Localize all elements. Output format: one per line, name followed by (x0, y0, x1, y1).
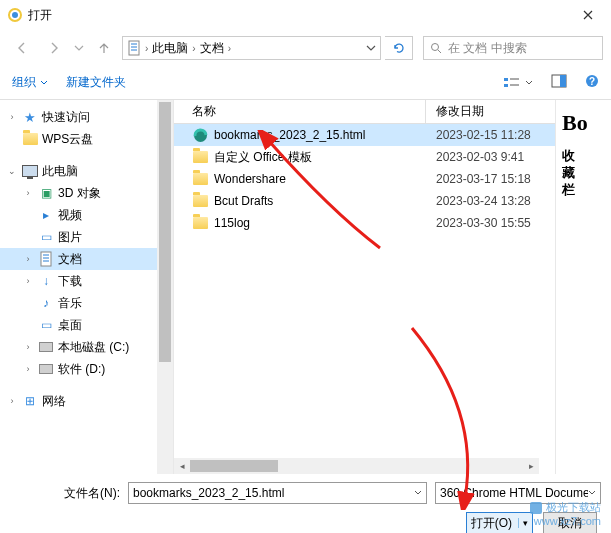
preview-pane-button[interactable] (551, 74, 567, 91)
preview-pane-icon (551, 74, 567, 88)
file-row[interactable]: Bcut Drafts2023-03-24 13:28 (174, 190, 555, 212)
arrow-left-icon (15, 41, 29, 55)
file-pane: 名称 修改日期 bookmarks_2023_2_15.html2023-02-… (174, 100, 611, 474)
tree-desktop[interactable]: ▭桌面 (0, 314, 173, 336)
help-button[interactable]: ? (585, 74, 599, 91)
window-title: 打开 (28, 7, 52, 24)
chevron-down-icon[interactable]: ⌄ (6, 166, 18, 176)
tree-label: 下载 (58, 273, 82, 290)
svg-rect-0 (129, 41, 139, 55)
horizontal-scrollbar[interactable]: ◂ ▸ (174, 458, 539, 474)
chevron-right-icon: › (228, 43, 231, 54)
svg-rect-8 (41, 252, 51, 266)
tree-label: 本地磁盘 (C:) (58, 339, 129, 356)
scroll-right-button[interactable]: ▸ (523, 458, 539, 474)
file-row[interactable]: bookmarks_2023_2_15.html2023-02-15 11:28 (174, 124, 555, 146)
search-input[interactable]: 在 文档 中搜索 (423, 36, 603, 60)
svg-text:?: ? (589, 76, 595, 87)
chevron-down-icon (588, 489, 596, 497)
nav-up-button[interactable] (90, 36, 118, 60)
view-options-button[interactable] (503, 76, 533, 90)
file-row[interactable]: Wondershare2023-03-17 15:18 (174, 168, 555, 190)
tree-label: 快速访问 (42, 109, 90, 126)
tree-wps[interactable]: WPS云盘 (0, 128, 173, 150)
column-name[interactable]: 名称 (174, 100, 426, 123)
close-icon (583, 10, 593, 20)
tree-label: 软件 (D:) (58, 361, 105, 378)
drive-icon (38, 361, 54, 377)
chevron-down-icon (525, 79, 533, 87)
tree-drive-c[interactable]: ›本地磁盘 (C:) (0, 336, 173, 358)
close-button[interactable] (573, 3, 603, 27)
file-name: Bcut Drafts (214, 194, 273, 208)
breadcrumb-documents[interactable]: 文档 (200, 40, 224, 57)
network-icon: ⊞ (22, 393, 38, 409)
breadcrumb[interactable]: › 此电脑 › 文档 › (122, 36, 381, 60)
tree-label: 图片 (58, 229, 82, 246)
help-icon: ? (585, 74, 599, 88)
tree-this-pc[interactable]: ⌄此电脑 (0, 160, 173, 182)
tree-label: 文档 (58, 251, 82, 268)
tree-scrollbar[interactable] (157, 100, 173, 474)
wps-icon (22, 131, 38, 147)
toolbar: 组织 新建文件夹 ? (0, 66, 611, 100)
tree-quick-access[interactable]: ›★快速访问 (0, 106, 173, 128)
drive-icon (38, 339, 54, 355)
tree-label: 桌面 (58, 317, 82, 334)
new-folder-button[interactable]: 新建文件夹 (66, 74, 126, 91)
main-area: ›★快速访问 WPS云盘 ⌄此电脑 ›▣3D 对象 ▸视频 ▭图片 ›文档 ›↓… (0, 100, 611, 474)
titlebar: 打开 (0, 0, 611, 30)
nav-history-dropdown[interactable] (72, 36, 86, 60)
tree-downloads[interactable]: ›↓下载 (0, 270, 173, 292)
cube-icon: ▣ (38, 185, 54, 201)
tree-documents[interactable]: ›文档 (0, 248, 173, 270)
tree-label: 网络 (42, 393, 66, 410)
filename-label: 文件名(N): (10, 485, 120, 502)
file-name: bookmarks_2023_2_15.html (214, 128, 365, 142)
open-button[interactable]: 打开(O)▾ (466, 512, 533, 533)
documents-icon (38, 251, 54, 267)
app-icon (8, 8, 22, 22)
refresh-icon (393, 42, 405, 54)
file-row[interactable]: 115log2023-03-30 15:55 (174, 212, 555, 234)
tree-label: WPS云盘 (42, 131, 93, 148)
tree-3d-objects[interactable]: ›▣3D 对象 (0, 182, 173, 204)
navbar: › 此电脑 › 文档 › 在 文档 中搜索 (0, 30, 611, 66)
dialog-footer: 文件名(N): bookmarks_2023_2_15.html 360 Chr… (0, 474, 611, 533)
view-list-icon (503, 76, 523, 90)
tree-music[interactable]: ♪音乐 (0, 292, 173, 314)
chevron-right-icon[interactable]: › (6, 112, 18, 122)
chevron-right-icon: › (192, 43, 195, 54)
tree-network[interactable]: ›⊞网络 (0, 390, 173, 412)
music-icon: ♪ (38, 295, 54, 311)
refresh-button[interactable] (385, 36, 413, 60)
nav-forward-button[interactable] (40, 36, 68, 60)
chevron-down-icon[interactable] (366, 43, 376, 53)
organize-button[interactable]: 组织 (12, 74, 48, 91)
documents-folder-icon (127, 40, 141, 56)
filename-input[interactable]: bookmarks_2023_2_15.html (128, 482, 427, 504)
file-name: Wondershare (214, 172, 286, 186)
scroll-left-button[interactable]: ◂ (174, 458, 190, 474)
tree-pictures[interactable]: ▭图片 (0, 226, 173, 248)
tree-label: 视频 (58, 207, 82, 224)
scrollbar-thumb[interactable] (159, 102, 171, 362)
open-dropdown[interactable]: ▾ (518, 518, 528, 528)
chevron-down-icon[interactable] (414, 489, 422, 497)
tree-videos[interactable]: ▸视频 (0, 204, 173, 226)
breadcrumb-thispc[interactable]: 此电脑 (152, 40, 188, 57)
chevron-down-icon (40, 79, 48, 87)
cancel-button[interactable]: 取消 (543, 512, 597, 533)
tree-drive-d[interactable]: ›软件 (D:) (0, 358, 173, 380)
star-icon: ★ (22, 109, 38, 125)
file-list: 名称 修改日期 bookmarks_2023_2_15.html2023-02-… (174, 100, 555, 474)
file-row[interactable]: 自定义 Office 模板2023-02-03 9:41 (174, 146, 555, 168)
folder-icon (192, 149, 208, 165)
filetype-select[interactable]: 360 Chrome HTML Documen (435, 482, 601, 504)
svg-point-1 (432, 44, 439, 51)
search-placeholder: 在 文档 中搜索 (448, 40, 527, 57)
column-date[interactable]: 修改日期 (426, 100, 536, 123)
scrollbar-thumb[interactable] (190, 460, 278, 472)
nav-back-button[interactable] (8, 36, 36, 60)
file-date: 2023-03-30 15:55 (426, 216, 536, 230)
